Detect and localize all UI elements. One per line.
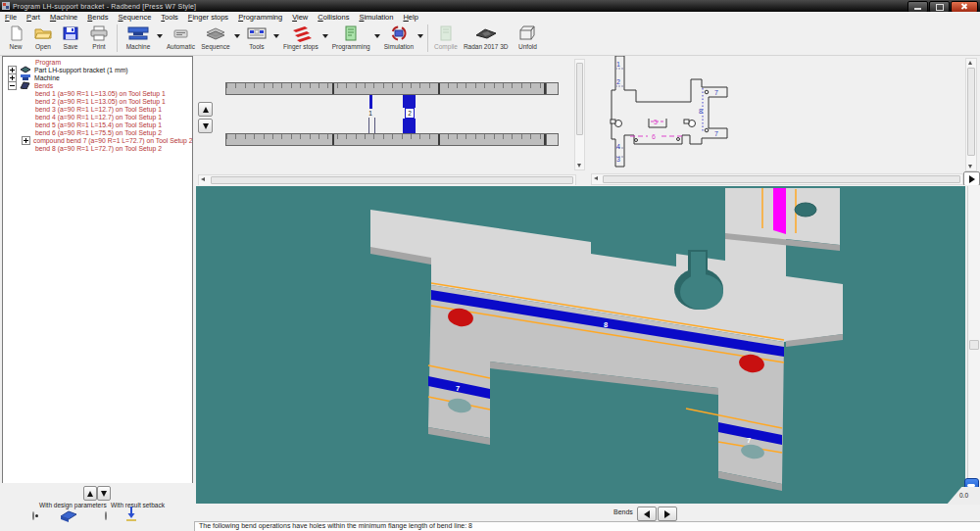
tree-item-compound-bend-7[interactable]: compound bend 7 (a=90 R=1 L=72.7) on Too…: [3, 136, 192, 144]
bend-5-label[interactable]: 5: [654, 119, 658, 125]
louver-symbol: [649, 119, 666, 127]
tool-station-2-die[interactable]: [403, 119, 416, 133]
top-tool-ruler[interactable]: [225, 82, 559, 95]
print-icon: [87, 24, 111, 42]
tree-item-program[interactable]: Program: [3, 58, 192, 66]
compile-button: Compile: [431, 23, 461, 50]
tools-dropdown-icon[interactable]: [272, 23, 280, 48]
next-bend-button[interactable]: [658, 507, 677, 521]
radan-3d-icon: [466, 24, 506, 42]
left-arrow-icon: [644, 510, 650, 518]
collapse-icon[interactable]: [8, 81, 17, 90]
tree-item-bend-1[interactable]: bend 1 (a=90 R=1 L=13.05) on Tool Setup …: [3, 89, 192, 97]
menu-tools[interactable]: Tools: [156, 13, 183, 22]
bend-7-left-band-label: 7: [456, 384, 460, 393]
sequence-button[interactable]: Sequence: [198, 23, 233, 50]
keyhole-symbol: [689, 121, 696, 127]
menu-finger-stops[interactable]: Finger stops: [183, 13, 233, 22]
new-button[interactable]: New: [2, 23, 29, 50]
sequence-down-button[interactable]: [97, 486, 111, 501]
bend-8-band-label: 8: [604, 320, 608, 329]
simulation-button[interactable]: Simulation: [381, 23, 416, 50]
tree-item-bend-6[interactable]: bend 6 (a=90 R=1 L=75.5) on Tool Setup 2: [3, 128, 192, 136]
tree-item-bend-5[interactable]: bend 5 (a=90 R=1 L=15.4) on Tool Setup 1: [3, 121, 192, 128]
menu-collisions[interactable]: Collisions: [313, 13, 354, 22]
tool-panel-vertical-scrollbar[interactable]: [574, 59, 585, 170]
tree-item-part[interactable]: Part LH-support bracket (1 mm): [3, 66, 192, 73]
tool-move-up-button[interactable]: [198, 102, 213, 117]
tree-item-bends[interactable]: Bends: [3, 81, 192, 89]
programming-button[interactable]: Programming: [329, 23, 373, 50]
bend-7-top-label[interactable]: 7: [714, 89, 718, 96]
unfold-button[interactable]: Unfold: [511, 23, 544, 50]
bend-8-label[interactable]: 8: [699, 108, 703, 115]
app-icon: [2, 2, 10, 10]
menu-help[interactable]: Help: [398, 13, 422, 22]
open-button[interactable]: Open: [29, 23, 57, 50]
finger-stops-dropdown-icon[interactable]: [321, 23, 329, 48]
menu-machine[interactable]: Machine: [45, 13, 82, 22]
programming-icon: [334, 24, 368, 42]
automatic-icon: [168, 24, 193, 42]
design-parameters-radio[interactable]: [32, 511, 34, 520]
finger-stops-icon: [285, 24, 317, 42]
flange-hole-top-right: [795, 203, 816, 217]
bend-6-label[interactable]: 6: [652, 133, 656, 140]
previous-bend-button[interactable]: [637, 507, 657, 521]
slider-thumb[interactable]: [969, 340, 979, 350]
flat-pattern-minimap[interactable]: 1 2 4 3 7 7 8 5 6: [590, 56, 965, 174]
automatic-button[interactable]: Automatic: [164, 23, 198, 50]
tools-button[interactable]: Tools: [241, 23, 272, 50]
toolbar-separator: [117, 24, 118, 52]
menu-view[interactable]: View: [287, 13, 313, 22]
keyhole-symbol: [615, 121, 622, 127]
result-setback-radio[interactable]: [105, 511, 107, 520]
simulation-dropdown-icon[interactable]: [416, 23, 424, 48]
print-button[interactable]: Print: [84, 23, 114, 50]
bend-2-label[interactable]: 2: [616, 78, 620, 85]
tree-item-bend-8[interactable]: bend 8 (a=90 R=1 L=72.7) on Tool Setup 2: [3, 144, 192, 152]
bend-1-label[interactable]: 1: [616, 61, 620, 68]
bend-7-bottom-label[interactable]: 7: [714, 130, 718, 137]
bend-3-label[interactable]: 3: [616, 156, 620, 163]
sequence-dropdown-icon[interactable]: [233, 23, 241, 48]
menu-sequence[interactable]: Sequence: [114, 13, 157, 22]
tool-station-1-die[interactable]: [368, 118, 375, 133]
tree-item-bend-4[interactable]: bend 4 (a=90 R=1 L=12.7) on Tool Setup 1: [3, 113, 192, 121]
tool-station-1-label: 1: [365, 110, 376, 117]
tree-item-bend-2[interactable]: bend 2 (a=90 R=1 L=13.05) on Tool Setup …: [3, 97, 192, 105]
save-floppy-icon: [60, 24, 81, 42]
machine-icon: [123, 24, 153, 42]
tool-station-1-punch[interactable]: [369, 95, 372, 109]
finger-stops-button[interactable]: Finger stops: [280, 23, 321, 50]
pattern-horizontal-scrollbar[interactable]: [591, 173, 963, 185]
play-simulation-button[interactable]: [963, 171, 980, 186]
viewport-zoom-slider[interactable]: [967, 186, 980, 504]
menu-bends[interactable]: Bends: [82, 13, 113, 22]
menu-programming[interactable]: Programming: [233, 13, 287, 22]
tool-setup-panel: 1 2: [194, 56, 588, 185]
menu-simulation[interactable]: Simulation: [354, 13, 398, 22]
flat-pattern-panel: 1 2 4 3 7 7 8 5 6: [589, 56, 980, 185]
bottom-tool-ruler[interactable]: [225, 133, 559, 146]
machine-button[interactable]: Machine: [121, 23, 156, 50]
menu-part[interactable]: Part: [22, 13, 45, 22]
tree-item-machine[interactable]: Machine: [3, 73, 192, 81]
programming-dropdown-icon[interactable]: [373, 23, 381, 48]
coordinate-readout: 0.0: [959, 492, 968, 499]
up-arrow-icon: [87, 491, 93, 497]
simulation-icon: [384, 24, 414, 42]
viewport-3d[interactable]: 8 7 7: [196, 186, 965, 504]
tool-move-down-button[interactable]: [198, 119, 213, 133]
sequence-up-button[interactable]: [83, 486, 97, 501]
machine-dropdown-icon[interactable]: [156, 23, 164, 48]
tools-icon: [244, 24, 270, 42]
radan-3d-button[interactable]: Radan 2017 3D: [461, 23, 512, 50]
menu-file[interactable]: File: [0, 13, 22, 22]
expand-icon[interactable]: [22, 136, 30, 145]
save-button[interactable]: Save: [57, 23, 84, 50]
tool-station-2-punch[interactable]: [403, 95, 416, 108]
pattern-vertical-scrollbar[interactable]: [965, 58, 977, 171]
bend-4-label[interactable]: 4: [616, 143, 620, 150]
tree-item-bend-3[interactable]: bend 3 (a=90 R=1 L=12.7) on Tool Setup 1: [3, 105, 192, 113]
